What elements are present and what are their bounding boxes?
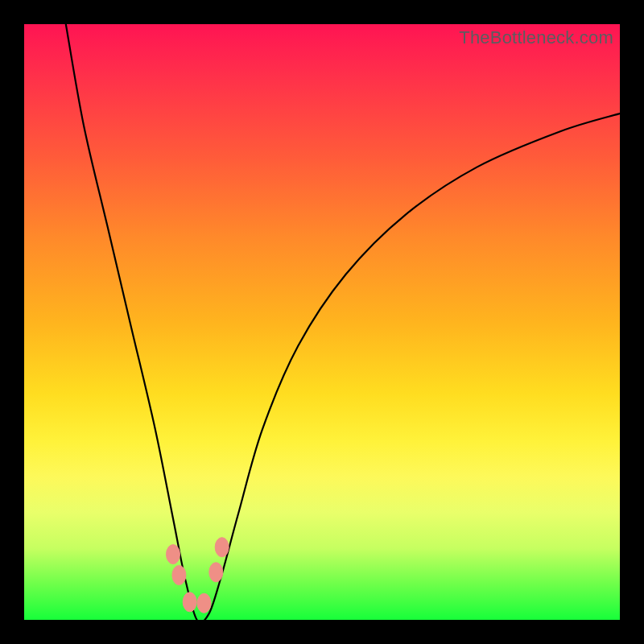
curve-marker: [197, 593, 211, 613]
curve-marker: [183, 592, 196, 612]
curve-marker: [167, 545, 180, 564]
plot-area: TheBottleneck.com: [24, 24, 620, 620]
marker-group: [167, 538, 229, 613]
curve-marker: [209, 563, 223, 582]
curve-svg: [24, 24, 620, 620]
figure-canvas: TheBottleneck.com: [0, 0, 644, 644]
mismatch-curve: [66, 24, 620, 620]
curve-marker: [215, 538, 229, 557]
curve-marker: [172, 566, 186, 585]
